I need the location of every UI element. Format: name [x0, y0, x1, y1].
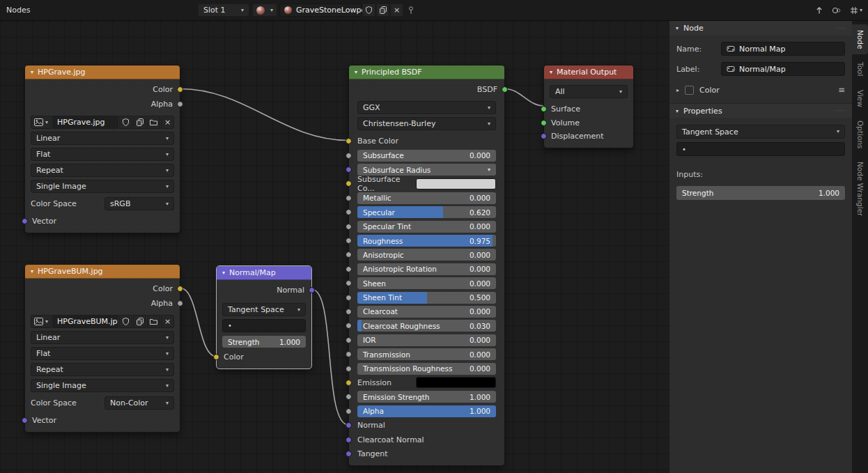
duplicate-material-button[interactable]: [376, 3, 389, 17]
node-header[interactable]: ▾ Material Output: [544, 65, 633, 79]
fake-user-button[interactable]: [119, 116, 132, 129]
source-select[interactable]: Single Image▾: [31, 379, 174, 392]
normal-output-socket[interactable]: [309, 287, 315, 293]
subsurface-radius-input-socket[interactable]: [346, 166, 352, 173]
sheen-tint-input-socket[interactable]: [346, 295, 352, 301]
fake-user-button[interactable]: [119, 315, 132, 328]
metallic-input-socket[interactable]: [346, 195, 352, 201]
node-name-field[interactable]: Normal Map: [721, 42, 845, 56]
slider-subsurface[interactable]: Subsurface0.000: [357, 150, 496, 162]
vector-input-socket[interactable]: [22, 218, 28, 224]
anisotropic-rotation-input-socket[interactable]: [346, 266, 352, 272]
duplicate-image-button[interactable]: [133, 315, 146, 328]
slider-anisotropic[interactable]: Anisotropic0.000: [357, 249, 496, 261]
surface-input-socket[interactable]: [541, 106, 547, 112]
panel-grip[interactable]: ····: [835, 25, 846, 32]
color-input-socket[interactable]: [213, 354, 219, 360]
strength-slider[interactable]: Strength 1.000: [222, 336, 306, 348]
specular-tint-input-socket[interactable]: [346, 224, 352, 230]
subsurface-method-select[interactable]: Christensen-Burley▾: [357, 117, 496, 130]
collapse-icon[interactable]: ▾: [222, 270, 225, 276]
collapse-icon[interactable]: ▾: [31, 268, 33, 274]
space-select[interactable]: Tangent Space▾: [222, 303, 306, 316]
slider-sheen-tint[interactable]: Sheen Tint0.500: [357, 292, 496, 304]
linked-rings-icon[interactable]: [832, 6, 842, 15]
open-image-button[interactable]: [147, 315, 160, 328]
color-swatch-emission[interactable]: [416, 377, 496, 388]
slider-clearcoat[interactable]: Clearcoat0.000: [357, 306, 496, 318]
collapse-icon[interactable]: ▾: [550, 69, 552, 75]
ior-input-socket[interactable]: [346, 337, 352, 343]
projection-select[interactable]: Flat▾: [31, 347, 174, 360]
sidebar-tab-view[interactable]: View: [852, 84, 868, 113]
tangent-input-socket[interactable]: [346, 451, 352, 457]
node-principled-bsdf[interactable]: ▾ Principled BSDF BSDF GGX▾ Christensen-…: [348, 65, 505, 466]
snap-grid-icon[interactable]: ▾: [850, 6, 862, 15]
volume-input-socket[interactable]: [541, 120, 547, 126]
collapse-icon[interactable]: ▾: [676, 108, 679, 114]
transmission-input-socket[interactable]: [346, 351, 352, 357]
node-header[interactable]: ▾ Principled BSDF: [349, 65, 504, 79]
material-browser-button[interactable]: ▾: [252, 3, 277, 17]
sidebar-tab-node-wrangler[interactable]: Node Wrangler: [852, 156, 868, 222]
node-image-texture-hpgrave[interactable]: ▾ HPGrave.jpg Color Alpha ▾ HPGrav: [24, 65, 180, 233]
node-color-checkbox[interactable]: [685, 86, 694, 95]
slider-specular[interactable]: Specular0.620: [357, 206, 496, 218]
bsdf-output-socket[interactable]: [502, 86, 508, 93]
expand-icon[interactable]: ▸: [676, 87, 679, 93]
clearcoat-normal-input-socket[interactable]: [346, 437, 352, 443]
collapse-icon[interactable]: ▾: [676, 25, 679, 31]
presets-icon[interactable]: ≡: [838, 85, 845, 95]
slider-transmission[interactable]: Transmission0.000: [357, 348, 496, 360]
sheen-input-socket[interactable]: [346, 280, 352, 286]
slider-emission-strength[interactable]: Emission Strength1.000: [357, 391, 496, 403]
roughness-input-socket[interactable]: [346, 238, 352, 244]
slider-transmission-roughness[interactable]: Transmission Roughness0.000: [357, 363, 496, 375]
target-select[interactable]: All▾: [550, 85, 628, 98]
slider-ior[interactable]: IOR0.000: [357, 334, 496, 346]
anisotropic-input-socket[interactable]: [346, 251, 352, 258]
fake-user-button[interactable]: [362, 3, 375, 17]
node-label-field[interactable]: Normal/Map: [721, 62, 845, 76]
color-space-select[interactable]: Non-Color▾: [104, 396, 174, 410]
source-select[interactable]: Single Image▾: [31, 180, 174, 193]
clearcoat-input-socket[interactable]: [346, 309, 352, 315]
subsurface-co-input-socket[interactable]: [346, 180, 352, 187]
slider-specular-tint[interactable]: Specular Tint0.000: [357, 221, 496, 233]
node-header[interactable]: ▾ HPGrave.jpg: [25, 65, 180, 79]
color-output-socket[interactable]: [177, 86, 183, 93]
sidebar-tab-tool[interactable]: Tool: [852, 56, 868, 82]
sidebar-tab-node[interactable]: Node: [852, 24, 868, 54]
emission-strength-input-socket[interactable]: [346, 394, 352, 400]
unlink-image-button[interactable]: ×: [161, 315, 174, 328]
extension-select[interactable]: Repeat▾: [31, 363, 174, 376]
collapse-icon[interactable]: ▾: [355, 69, 357, 75]
image-name-field[interactable]: HPGraveBUM.jpg: [52, 315, 118, 328]
node-material-output[interactable]: ▾ Material Output All▾ Surface Volume: [543, 65, 634, 148]
alpha-input-socket[interactable]: [346, 408, 352, 414]
image-browser-button[interactable]: ▾: [31, 116, 52, 129]
node-normal-map[interactable]: ▾ Normal/Map Normal Tangent Space▾ • Str…: [216, 265, 312, 369]
material-name-field[interactable]: GraveStoneLowpoly: [279, 3, 362, 17]
uv-map-field[interactable]: •: [222, 319, 306, 332]
panel-node-header[interactable]: ▾ Node ····: [669, 21, 852, 36]
slider-roughness[interactable]: Roughness0.975: [357, 235, 496, 247]
panel-grip[interactable]: ····: [835, 107, 846, 114]
duplicate-image-button[interactable]: [133, 116, 146, 129]
slider-metallic[interactable]: Metallic0.000: [357, 192, 496, 204]
pin-icon[interactable]: [408, 6, 414, 15]
subsurface-input-socket[interactable]: [346, 153, 352, 159]
open-image-button[interactable]: [147, 116, 160, 129]
color-swatch-subsurface-co[interactable]: [416, 178, 496, 189]
collapse-icon[interactable]: ▾: [31, 69, 33, 75]
node-canvas[interactable]: ▾ HPGrave.jpg Color Alpha ▾ HPGrav: [0, 21, 669, 473]
sidebar-tab-options[interactable]: Options: [852, 115, 868, 155]
slider-clearcoat-roughness[interactable]: Clearcoat Roughness0.030: [357, 320, 496, 332]
normal-input-socket[interactable]: [346, 422, 352, 428]
slider-sheen[interactable]: Sheen0.000: [357, 277, 496, 289]
extension-select[interactable]: Repeat▾: [31, 164, 174, 177]
interpolation-select[interactable]: Linear▾: [31, 132, 174, 145]
vector-input-socket[interactable]: [22, 417, 28, 424]
displacement-input-socket[interactable]: [541, 133, 547, 139]
alpha-output-socket[interactable]: [177, 300, 183, 307]
